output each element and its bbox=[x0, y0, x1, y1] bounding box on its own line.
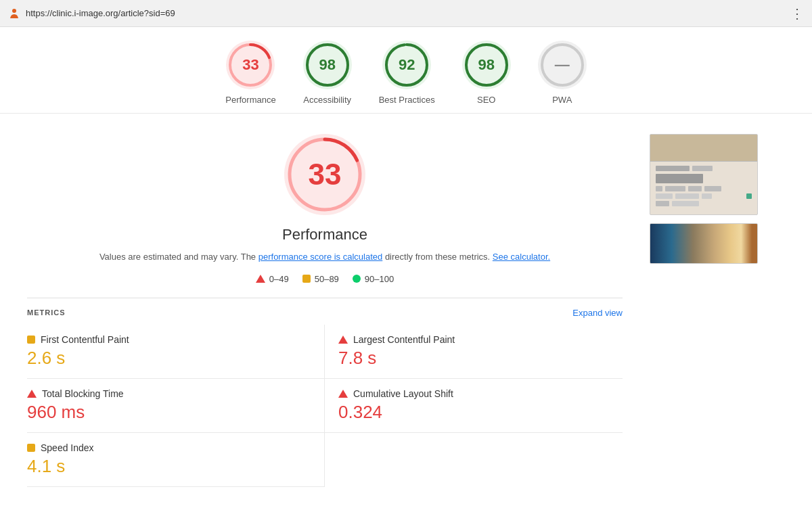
metric-icon-lcp bbox=[338, 336, 348, 344]
favicon-icon bbox=[8, 7, 20, 20]
metric-label-row-fcp: First Contentful Paint bbox=[27, 334, 311, 345]
legend: 0–49 50–89 90–100 bbox=[27, 274, 623, 284]
screenshot-area bbox=[650, 134, 785, 264]
metric-label-row-cls: Cumulative Layout Shift bbox=[338, 388, 616, 399]
metric-icon-fcp bbox=[27, 336, 35, 344]
score-item-accessibility[interactable]: 98 Accessibility bbox=[303, 41, 352, 105]
metric-icon-si bbox=[27, 444, 35, 452]
metric-name-si: Speed Index bbox=[41, 442, 94, 453]
metric-cell-tbt: Total Blocking Time 960 ms bbox=[27, 379, 325, 433]
perf-desc-mid: directly from these metrics. bbox=[385, 252, 490, 262]
big-score-container: 33 bbox=[27, 134, 623, 215]
browser-menu-icon[interactable]: ⋮ bbox=[790, 5, 804, 22]
perf-link-calculator[interactable]: See calculator. bbox=[493, 252, 550, 262]
score-value-pwa: — bbox=[555, 56, 570, 74]
legend-triangle-icon bbox=[256, 275, 265, 283]
legend-range-orange: 50–89 bbox=[315, 274, 339, 284]
score-item-pwa[interactable]: — PWA bbox=[538, 41, 587, 105]
metric-cell-cls: Cumulative Layout Shift 0.324 bbox=[325, 379, 623, 433]
score-value-seo: 98 bbox=[478, 56, 495, 74]
metrics-grid: First Contentful Paint 2.6 s Largest Con… bbox=[27, 325, 623, 487]
metric-name-tbt: Total Blocking Time bbox=[42, 388, 124, 399]
legend-item-red: 0–49 bbox=[256, 274, 289, 284]
browser-bar: https://clinic.i-image.org/article?sid=6… bbox=[0, 0, 812, 27]
screenshot-top bbox=[650, 134, 758, 215]
legend-range-green: 90–100 bbox=[365, 274, 394, 284]
score-label-performance: Performance bbox=[225, 95, 275, 105]
left-panel: 33 Performance Values are estimated and … bbox=[27, 127, 623, 487]
score-circle-pwa: — bbox=[538, 41, 587, 89]
metric-label-row-si: Speed Index bbox=[27, 442, 311, 453]
metric-name-fcp: First Contentful Paint bbox=[41, 334, 129, 345]
legend-square-icon bbox=[302, 275, 311, 283]
metric-cell-fcp: First Contentful Paint 2.6 s bbox=[27, 325, 325, 379]
metric-icon-tbt bbox=[27, 390, 37, 398]
score-bar: 33 Performance 98 Accessibility 92 Best … bbox=[0, 27, 812, 114]
main-content: 33 Performance Values are estimated and … bbox=[0, 114, 812, 501]
metric-name-cls: Cumulative Layout Shift bbox=[353, 388, 453, 399]
score-item-performance[interactable]: 33 Performance bbox=[225, 41, 275, 105]
big-score-value: 33 bbox=[309, 158, 342, 191]
performance-description: Values are estimated and may vary. The p… bbox=[27, 250, 623, 264]
browser-url: https://clinic.i-image.org/article?sid=6… bbox=[26, 8, 790, 18]
score-label-best-practices: Best Practices bbox=[379, 95, 435, 105]
screenshot-bottom bbox=[650, 223, 758, 264]
metric-value-lcp: 7.8 s bbox=[338, 348, 616, 369]
score-label-seo: SEO bbox=[477, 95, 495, 105]
metric-label-row-tbt: Total Blocking Time bbox=[27, 388, 311, 399]
legend-item-green: 90–100 bbox=[353, 274, 394, 284]
perf-desc-text: Values are estimated and may vary. The bbox=[99, 252, 256, 262]
legend-circle-icon bbox=[353, 275, 361, 283]
score-value-best-practices: 92 bbox=[399, 56, 415, 74]
metric-icon-cls bbox=[338, 390, 348, 398]
big-score-circle: 33 bbox=[284, 134, 365, 215]
metric-name-lcp: Largest Contentful Paint bbox=[353, 334, 455, 345]
performance-title: Performance bbox=[27, 226, 623, 244]
metric-value-si: 4.1 s bbox=[27, 456, 311, 477]
metric-value-fcp: 2.6 s bbox=[27, 348, 311, 369]
svg-point-0 bbox=[12, 9, 16, 13]
metric-cell-lcp: Largest Contentful Paint 7.8 s bbox=[325, 325, 623, 379]
score-circle-performance: 33 bbox=[226, 41, 275, 89]
metrics-header: METRICS Expand view bbox=[27, 298, 623, 325]
score-value-performance: 33 bbox=[242, 56, 258, 74]
score-item-seo[interactable]: 98 SEO bbox=[462, 41, 511, 105]
metrics-title: METRICS bbox=[27, 308, 66, 317]
score-label-pwa: PWA bbox=[552, 95, 572, 105]
score-label-accessibility: Accessibility bbox=[303, 95, 351, 105]
score-value-accessibility: 98 bbox=[319, 56, 335, 74]
right-panel bbox=[650, 127, 785, 487]
metric-cell-si: Speed Index 4.1 s bbox=[27, 433, 325, 487]
score-circle-seo: 98 bbox=[462, 41, 511, 89]
legend-range-red: 0–49 bbox=[269, 274, 289, 284]
metric-value-tbt: 960 ms bbox=[27, 402, 311, 423]
metric-value-cls: 0.324 bbox=[338, 402, 616, 423]
score-circle-best-practices: 92 bbox=[382, 41, 431, 89]
score-circle-accessibility: 98 bbox=[303, 41, 352, 89]
perf-link-score[interactable]: performance score is calculated bbox=[258, 252, 383, 262]
expand-view-button[interactable]: Expand view bbox=[572, 308, 623, 318]
legend-item-orange: 50–89 bbox=[302, 274, 339, 284]
metric-label-row-lcp: Largest Contentful Paint bbox=[338, 334, 616, 345]
score-item-best-practices[interactable]: 92 Best Practices bbox=[379, 41, 435, 105]
